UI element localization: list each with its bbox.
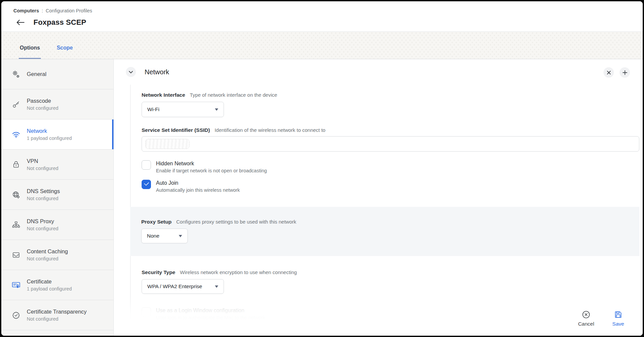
- field-network-interface: Network Interface Type of network interf…: [142, 92, 639, 117]
- field-label: Security Type: [142, 269, 175, 275]
- tab-options[interactable]: Options: [20, 45, 40, 59]
- chevron-down-icon: [129, 71, 133, 74]
- breadcrumb-separator: :: [42, 8, 43, 13]
- sidebar-item-passcode[interactable]: PasscodeNot configured: [1, 89, 113, 119]
- page-header: Computers : Configuration Profiles Foxpa…: [1, 1, 643, 31]
- caret-down-icon: [215, 285, 218, 288]
- checkbox-help: Enable if target network is not open or …: [156, 168, 267, 173]
- sidebar-item-subtitle: 1 payload configured: [27, 136, 72, 141]
- breadcrumb-configuration-profiles[interactable]: Configuration Profiles: [46, 8, 92, 13]
- field-label: Service Set Identifier (SSID): [142, 127, 210, 133]
- sidebar-item-label: VPN: [27, 158, 58, 164]
- sidebar-item-label: DNS Proxy: [27, 218, 58, 225]
- key-icon: [11, 99, 21, 109]
- sidebar-item-label: Network: [27, 128, 72, 134]
- security-type-select[interactable]: WPA / WPA2 Enterprise: [142, 279, 224, 294]
- tab-scope[interactable]: Scope: [57, 45, 73, 59]
- sidebar-item-network[interactable]: Network1 payload configured: [1, 119, 113, 150]
- inbox-icon: [11, 250, 21, 260]
- body: General PasscodeNot configured: [1, 59, 643, 336]
- plus-icon: [623, 70, 627, 75]
- sidebar-item-subtitle: Not configured: [27, 196, 60, 201]
- checkbox-help: User logs in to authenticate the Mac to …: [156, 315, 265, 320]
- gears-icon: [11, 69, 21, 79]
- sidebar-item-label: Certificate Transparency: [27, 309, 87, 315]
- checkbox-label: Use as a Login Window configuration: [156, 308, 265, 314]
- page-title: Foxpass SCEP: [33, 18, 86, 27]
- payload-panel-header: Network: [114, 59, 643, 85]
- cancel-button[interactable]: Cancel: [576, 310, 596, 327]
- sidebar-item-dns-proxy[interactable]: DNS ProxyNot configured: [1, 210, 113, 240]
- login-window-row: Use as a Login Window configuration User…: [142, 307, 639, 320]
- redacted-ssid-value: [145, 139, 189, 149]
- sidebar-item-label: Content Caching: [27, 248, 68, 255]
- cancel-label: Cancel: [578, 321, 594, 327]
- back-button[interactable]: [16, 18, 25, 27]
- app-window: Computers : Configuration Profiles Foxpa…: [1, 1, 643, 336]
- title-row: Foxpass SCEP: [13, 18, 643, 27]
- caret-down-icon: [215, 108, 218, 111]
- sidebar-item-label: DNS Settings: [27, 188, 60, 194]
- field-help: Type of network interface on the device: [190, 92, 277, 98]
- subsection-title: Network Security Settings: [142, 326, 220, 334]
- payload-content: Network Interface Type of network interf…: [130, 85, 639, 336]
- selected-value: WPA / WPA2 Enterprise: [147, 283, 202, 289]
- sidebar-item-vpn[interactable]: VPNNot configured: [1, 150, 113, 180]
- ssid-input[interactable]: [142, 136, 639, 152]
- payload-sidebar: General PasscodeNot configured: [1, 59, 114, 336]
- save-button[interactable]: Save: [608, 310, 629, 327]
- hidden-network-row: Hidden Network Enable if target network …: [142, 160, 639, 173]
- sidebar-item-general[interactable]: General: [1, 59, 113, 89]
- save-label: Save: [612, 321, 624, 327]
- sitemap-icon: [11, 220, 21, 230]
- field-help: Configures proxy settings to be used wit…: [176, 219, 296, 225]
- proxy-setup-select[interactable]: None: [141, 229, 188, 243]
- sidebar-item-subtitle: Not configured: [27, 226, 58, 231]
- network-interface-select[interactable]: Wi-Fi: [142, 102, 224, 117]
- breadcrumb-computers[interactable]: Computers: [13, 8, 39, 13]
- security-section: Security Type Wireless network encryptio…: [130, 256, 639, 336]
- sidebar-item-certificate[interactable]: Certificate1 payload configured: [1, 270, 113, 300]
- wifi-icon: [11, 130, 21, 140]
- save-floppy-icon: [614, 310, 623, 319]
- tab-strip: Options Scope: [1, 31, 643, 59]
- subsection-help: Configurations options for 802.1X networ…: [225, 327, 351, 333]
- field-label: Network Interface: [142, 92, 185, 98]
- hidden-network-checkbox[interactable]: [142, 160, 151, 170]
- sidebar-item-label: General: [27, 71, 47, 77]
- payload-actions: [603, 67, 630, 78]
- auto-join-row: Auto Join Automatically join this wirele…: [142, 180, 639, 193]
- wifi-basic-section: Network Interface Type of network interf…: [130, 85, 639, 207]
- footer-actions: Cancel Save: [576, 310, 629, 327]
- collapse-payload-button[interactable]: [126, 67, 136, 77]
- payload-title: Network: [145, 68, 169, 76]
- selected-value: None: [147, 233, 159, 239]
- sidebar-item-subtitle: Not configured: [27, 105, 58, 111]
- checkbox-help: Automatically join this wireless network: [156, 187, 240, 193]
- auto-join-checkbox[interactable]: [142, 180, 151, 189]
- field-ssid: Service Set Identifier (SSID) Identifica…: [142, 127, 639, 152]
- sidebar-item-subtitle: 1 payload configured: [27, 286, 72, 291]
- sidebar-item-subtitle: Not configured: [27, 166, 58, 171]
- field-help: Identification of the wireless network t…: [215, 127, 325, 133]
- sidebar-item-subtitle: Not configured: [27, 256, 68, 261]
- field-proxy-setup: Proxy Setup Configures proxy settings to…: [141, 219, 639, 243]
- login-window-checkbox[interactable]: [142, 307, 151, 317]
- add-payload-button[interactable]: [620, 67, 630, 78]
- caret-down-icon: [179, 235, 182, 237]
- lock-icon: [11, 160, 21, 170]
- field-security-type: Security Type Wireless network encryptio…: [142, 269, 639, 294]
- payload-editor: Network: [114, 59, 643, 336]
- screenshot-stage: Computers : Configuration Profiles Foxpa…: [0, 0, 644, 337]
- field-help: Wireless network encryption to use when …: [180, 269, 297, 275]
- close-icon: [607, 71, 611, 75]
- breadcrumb: Computers : Configuration Profiles: [13, 8, 643, 13]
- field-label: Proxy Setup: [141, 219, 171, 225]
- checkbox-label: Auto Join: [156, 180, 240, 186]
- selected-value: Wi-Fi: [147, 106, 159, 112]
- sidebar-item-dns-settings[interactable]: DNS SettingsNot configured: [1, 180, 113, 210]
- globe-gear-icon: [11, 190, 21, 200]
- sidebar-item-certificate-transparency[interactable]: Certificate TransparencyNot configured: [1, 300, 113, 330]
- remove-payload-button[interactable]: [603, 67, 614, 78]
- sidebar-item-content-caching[interactable]: Content CachingNot configured: [1, 240, 113, 270]
